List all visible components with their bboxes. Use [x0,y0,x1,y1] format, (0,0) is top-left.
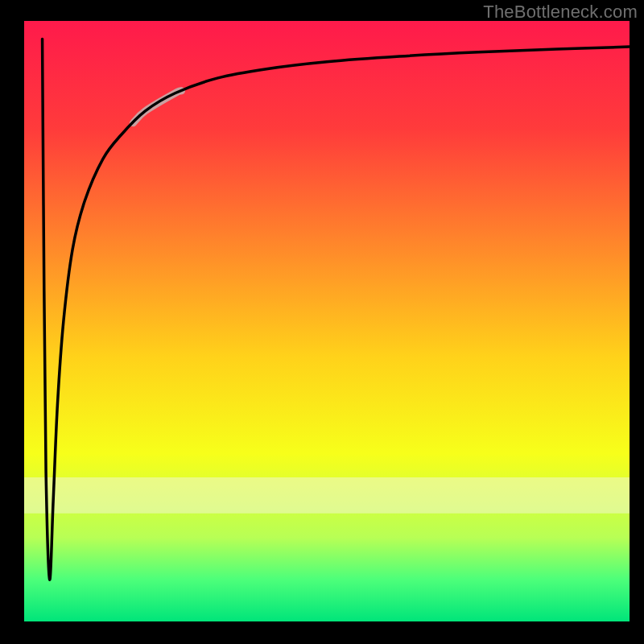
bottleneck-chart [0,0,644,644]
plot-background [24,21,630,621]
pale-horizontal-band [24,477,630,514]
frame-right [630,0,644,644]
watermark-text: TheBottleneck.com [483,2,638,23]
frame-bottom [0,621,644,644]
frame-left [0,0,24,644]
chart-stage: TheBottleneck.com [0,0,644,644]
